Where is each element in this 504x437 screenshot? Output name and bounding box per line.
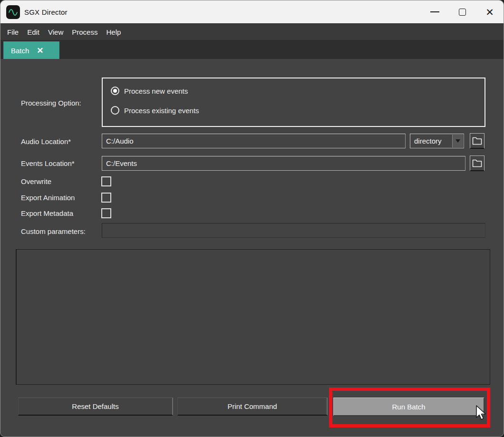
- chevron-down-icon: [456, 139, 460, 143]
- audio-browse-button[interactable]: [470, 133, 485, 149]
- export-animation-label: Export Animation: [21, 194, 75, 202]
- radio-selected-icon: [111, 87, 119, 95]
- radio-process-new-events[interactable]: Process new events: [111, 87, 188, 95]
- tab-close-icon[interactable]: ✕: [37, 47, 43, 55]
- close-button[interactable]: ✕: [476, 0, 504, 23]
- events-location-value: C:/Events: [106, 159, 137, 167]
- events-location-input[interactable]: C:/Events: [102, 156, 465, 171]
- folder-icon: [472, 137, 482, 145]
- folder-icon: [472, 159, 482, 167]
- print-command-button[interactable]: Print Command: [177, 398, 328, 416]
- audio-type-dropdown[interactable]: directory: [410, 134, 464, 148]
- maximize-button[interactable]: [448, 0, 476, 23]
- audio-type-selected: directory: [414, 137, 442, 145]
- menu-bar: File Edit View Process Help: [0, 23, 504, 40]
- app-logo-icon: [6, 5, 20, 19]
- dropdown-arrow-button[interactable]: [452, 135, 463, 147]
- audio-location-input[interactable]: C:/Audio: [102, 134, 406, 148]
- audio-location-label: Audio Location*: [21, 137, 71, 146]
- output-log-area[interactable]: [16, 249, 490, 385]
- tab-batch[interactable]: Batch ✕: [3, 41, 59, 59]
- export-metadata-checkbox[interactable]: [101, 208, 111, 218]
- events-location-label: Events Location*: [21, 159, 75, 167]
- close-icon: ✕: [485, 7, 494, 17]
- window-controls: ✕: [421, 0, 504, 23]
- radio-label: Process existing events: [124, 107, 199, 115]
- menu-view[interactable]: View: [44, 24, 68, 40]
- reset-defaults-button[interactable]: Reset Defaults: [18, 398, 173, 416]
- title-bar: SGX Director ✕: [0, 0, 504, 23]
- window-title: SGX Director: [24, 8, 68, 16]
- menu-edit[interactable]: Edit: [23, 24, 44, 40]
- overwrite-label: Overwrite: [21, 177, 51, 185]
- custom-parameters-input[interactable]: [102, 223, 485, 238]
- processing-option-label: Processing Option:: [21, 99, 81, 107]
- export-metadata-label: Export Metadata: [21, 209, 73, 217]
- radio-label: Process new events: [124, 87, 188, 95]
- radio-process-existing-events[interactable]: Process existing events: [111, 106, 199, 115]
- tab-bar: Batch ✕: [0, 40, 504, 59]
- export-animation-checkbox[interactable]: [101, 193, 111, 203]
- maximize-icon: [459, 9, 466, 16]
- app-window: SGX Director ✕ File Edit View Process He…: [0, 0, 504, 437]
- overwrite-checkbox[interactable]: [101, 176, 111, 186]
- audio-location-value: C:/Audio: [106, 137, 134, 145]
- radio-unselected-icon: [111, 106, 119, 115]
- minimize-icon: [430, 11, 439, 12]
- processing-option-group: Process new events Process existing even…: [102, 78, 485, 127]
- custom-parameters-label: Custom parameters:: [21, 227, 86, 235]
- menu-process[interactable]: Process: [68, 24, 102, 40]
- events-browse-button[interactable]: [470, 155, 485, 171]
- tab-label: Batch: [11, 47, 29, 55]
- run-batch-button[interactable]: Run Batch: [333, 398, 485, 416]
- menu-file[interactable]: File: [3, 24, 23, 40]
- menu-help[interactable]: Help: [102, 24, 125, 40]
- minimize-button[interactable]: [421, 0, 448, 23]
